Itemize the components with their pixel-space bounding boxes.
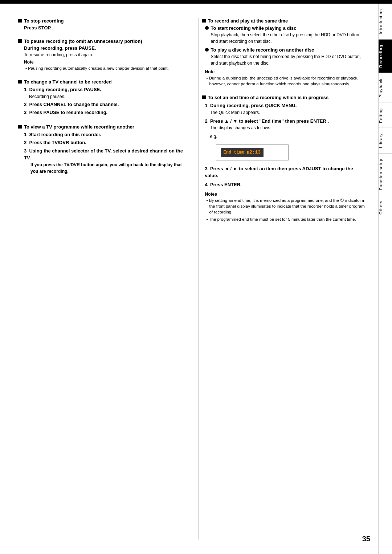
black-square-icon3 [18, 80, 22, 83]
end-time-note-2: • The programmed end time must be set fo… [205, 216, 368, 222]
sidebar-tab-editing[interactable]: Editing [379, 103, 392, 128]
display-inner: End time ▮2:13 [221, 148, 264, 157]
end-time-list: 1 During recording, press QUICK MENU. Th… [205, 102, 368, 188]
left-col: To stop recording Press STOP. To pause r… [18, 18, 187, 539]
end-time-note-1: • By setting an end time, it is memorize… [205, 197, 368, 215]
sub-start-bold: To start recording while playing a disc [211, 25, 368, 31]
view-item-1: 1 Start recording on this recorder. [24, 131, 184, 138]
bullet-circle-icon [205, 26, 209, 30]
sidebar: Introduction Recording Playback Editing … [378, 4, 392, 554]
end-time-item-4: 4 Press ENTER. [205, 181, 368, 188]
section-pause-recording: To pause recording (to omit an unnecessa… [18, 38, 184, 71]
view-item-2: 2 Press the TV/DVR button. [24, 139, 184, 146]
sidebar-tab-function-setup[interactable]: Function setup [379, 153, 392, 195]
black-square-icon2 [18, 39, 22, 43]
two-col: To stop recording Press STOP. To pause r… [18, 18, 367, 539]
black-square-icon6 [202, 95, 206, 99]
section-stop-title-text: To stop recording [24, 18, 64, 24]
sub-play-disc: To play a disc while recording on anothe… [205, 47, 368, 67]
black-square-icon5 [202, 19, 206, 23]
bullet-circle-icon2 [205, 48, 209, 52]
pause-normal: To resume recording, press it again. [24, 52, 184, 58]
sidebar-tab-others[interactable]: Others [379, 195, 392, 220]
end-time-item-2: 2 Press ▲ / ▼ to select "End time" then … [205, 118, 368, 164]
section-end-time-title: To set an end time of a recording which … [202, 95, 368, 100]
section-channel-title: To change a TV channel to be recorded [18, 79, 184, 85]
display-label: End time [224, 149, 245, 156]
sidebar-tab-playback[interactable]: Playback [379, 73, 392, 103]
section-change-channel: To change a TV channel to be recorded 1 … [18, 79, 184, 116]
display-box: End time ▮2:13 [216, 144, 289, 160]
channel-item-3: 3 Press PAUSE to resume recording. [24, 109, 184, 116]
section-pause-title-text: To pause recording (to omit an unnecessa… [24, 38, 142, 44]
eg-label: e.g. [210, 133, 368, 140]
channel-item-1: 1 During recording, press PAUSE. Recordi… [24, 86, 184, 100]
sub-play-text: Select the disc that is not being record… [211, 53, 368, 66]
press-stop-label: Press STOP. [24, 25, 184, 30]
section-end-time-title-text: To set an end time of a recording which … [208, 95, 329, 100]
page-number: 35 [362, 535, 370, 543]
record-play-note: Note • During a dubbing job, the unoccup… [205, 69, 368, 87]
black-square-icon [18, 19, 22, 23]
pause-note-label: Note [24, 60, 184, 65]
section-record-play-title: To record and play at the same time [202, 18, 368, 24]
section-end-time: To set an end time of a recording which … [202, 95, 368, 222]
section-pause-title: To pause recording (to omit an unnecessa… [18, 38, 184, 44]
view-list: 1 Start recording on this recorder. 2 Pr… [24, 131, 184, 175]
section-stop-recording: To stop recording Press STOP. [18, 18, 184, 30]
record-play-note-label: Note [205, 69, 368, 74]
view-item-3: 3 Using the channel selector of the TV, … [24, 147, 184, 175]
pause-note-text: • Pausing recording automatically create… [24, 65, 184, 71]
end-time-notes: Notes • By setting an end time, it is me… [205, 192, 368, 222]
section-view-tv: To view a TV programme while recording a… [18, 124, 184, 175]
page-container: To stop recording Press STOP. To pause r… [0, 4, 392, 554]
sidebar-tab-introduction[interactable]: Introduction [379, 4, 392, 39]
end-time-item-3: 3 Press ◄ / ► to select an item then pre… [205, 165, 368, 179]
end-time-notes-label: Notes [205, 192, 368, 197]
pause-bold: During recording, press PAUSE. [24, 45, 184, 51]
main-content: To stop recording Press STOP. To pause r… [0, 4, 378, 554]
top-bar [0, 0, 392, 4]
channel-list: 1 During recording, press PAUSE. Recordi… [24, 86, 184, 116]
section-record-play-title-text: To record and play at the same time [208, 18, 288, 24]
sub-start-recording: To start recording while playing a disc … [205, 25, 368, 45]
section-channel-title-text: To change a TV channel to be recorded [24, 79, 112, 85]
sidebar-tab-library[interactable]: Library [379, 128, 392, 153]
sidebar-tab-recording[interactable]: Recording [379, 39, 392, 73]
channel-item-2: 2 Press CHANNEL to change the channel. [24, 101, 184, 108]
sub-start-text: Stop playback, then select the other dis… [211, 32, 368, 45]
end-time-item-1: 1 During recording, press QUICK MENU. Th… [205, 102, 368, 116]
display-time: ▮2:13 [246, 149, 261, 156]
section-record-play: To record and play at the same time To s… [202, 18, 368, 87]
section-view-title-text: To view a TV programme while recording a… [24, 124, 134, 130]
section-view-title: To view a TV programme while recording a… [18, 124, 184, 130]
section-stop-title: To stop recording [18, 18, 184, 24]
record-play-note-text: • During a dubbing job, the unoccupied d… [205, 75, 368, 87]
right-col: To record and play at the same time To s… [198, 18, 368, 539]
black-square-icon4 [18, 125, 22, 129]
sub-play-bold: To play a disc while recording on anothe… [211, 47, 368, 53]
